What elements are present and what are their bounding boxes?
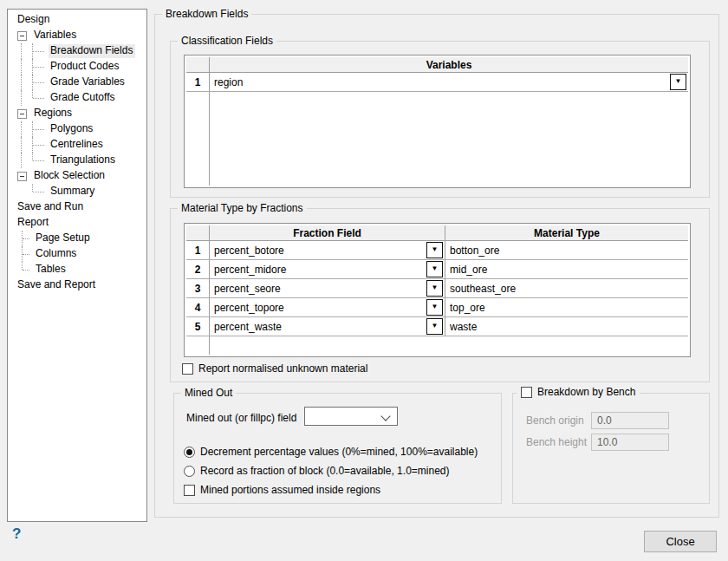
tree-item-label: Variables [32,29,79,42]
tree-guide-line [21,137,22,153]
tree-item-tables[interactable]: Tables [8,262,146,277]
breakdown-by-bench-checkbox[interactable] [521,387,532,398]
cell-dropdown-button[interactable]: ▼ [426,280,443,297]
report-normalised-row: Report normalised unknown material [182,362,367,375]
tree-item-label: Grade Variables [49,75,127,89]
fractions-table-row: 3percent_seore▼southeast_ore [186,279,688,298]
tree-item-report[interactable]: Report [8,215,146,231]
decrement-percentage-radio[interactable] [184,447,195,458]
row-number-cell[interactable]: 4 [186,298,210,316]
bench-origin-label: Bench origin [526,414,584,427]
tree-item-centrelines[interactable]: Centrelines [8,137,146,153]
decrement-percentage-label: Decrement percentage values (0%=mined, 1… [200,446,478,458]
tree-item-label: Save and Report [16,278,98,292]
breakdown-by-bench-row: Breakdown by Bench [517,386,640,398]
tree-item-design[interactable]: Design [8,12,146,28]
row-number-cell[interactable]: 1 [186,241,210,259]
tree-item-label: Block Selection [32,169,107,183]
tree-collapse-minus-icon[interactable] [17,109,27,119]
tree-item-label: Breakdown Fields [49,44,135,58]
material-type-group-title: Material Type by Fractions [178,202,307,215]
material-type-group: Material Type by Fractions Fraction Fiel… [170,208,710,382]
tree-item-label: Tables [34,263,68,277]
close-button[interactable]: Close [644,531,717,552]
classification-fields-group: Classification Fields Variables 1region▼ [170,41,710,198]
tree-connector-icon [32,184,47,199]
tree-item-columns[interactable]: Columns [8,246,146,262]
tree-item-product-codes[interactable]: Product Codes [8,59,146,75]
tree-item-variables[interactable]: Variables [8,28,146,43]
fraction-field-cell[interactable]: percent_botore▼ [210,241,445,259]
tree-item-summary[interactable]: Summary [8,184,146,199]
fraction-field-cell[interactable]: percent_midore▼ [210,260,445,278]
tree-item-triangulations[interactable]: Triangulations [8,153,146,168]
tree-item-label: Design [16,13,52,27]
tree-guide-line [21,90,22,106]
tree-item-regions[interactable]: Regions [8,106,146,121]
tree-connector-icon [32,121,47,137]
tree-item-page-setup[interactable]: Page Setup [8,231,146,246]
cell-dropdown-button[interactable]: ▼ [426,299,443,316]
material-type-cell[interactable]: southeast_ore [445,279,688,297]
tree-collapse-minus-icon[interactable] [17,172,27,181]
fractions-table: Fraction Field Material Type 1percent_bo… [184,223,691,357]
tree-item-save-and-run[interactable]: Save and Run [8,199,146,215]
tree-item-grade-variables[interactable]: Grade Variables [8,75,146,90]
fraction-field-cell[interactable]: percent_topore▼ [210,298,445,316]
tree-item-polygons[interactable]: Polygons [8,121,146,137]
cell-dropdown-button[interactable]: ▼ [426,261,443,277]
tree-item-grade-cutoffs[interactable]: Grade Cutoffs [8,90,146,106]
row-number-cell[interactable]: 3 [186,279,210,297]
fractions-table-row: 1percent_botore▼botton_ore [186,241,688,260]
tree-item-block-selection[interactable]: Block Selection [8,168,146,184]
tree-guide-line [21,59,22,75]
variables-table-row: 1region▼ [186,73,688,92]
tree-item-label: Grade Cutoffs [49,91,117,105]
row-number-cell[interactable]: 1 [186,73,210,91]
help-button[interactable]: ? [12,525,21,543]
tree-guide-line [21,153,22,168]
cell-dropdown-button[interactable]: ▼ [670,74,686,90]
tree-connector-icon [32,59,47,75]
material-type-cell[interactable]: top_ore [445,298,688,316]
material-type-cell[interactable]: waste [445,317,688,336]
mined-out-field-label: Mined out (or fillpc) field [186,411,296,425]
row-number-cell[interactable]: 5 [186,317,210,336]
row-number-cell[interactable]: 2 [186,260,210,278]
fractions-table-row: 5percent_waste▼waste [186,317,688,336]
cell-dropdown-button[interactable]: ▼ [426,242,443,258]
tree-item-label: Triangulations [49,153,118,167]
record-as-fraction-radio[interactable] [184,466,195,477]
tree-collapse-minus-icon[interactable] [17,31,27,41]
tree-item-label: Report [16,216,51,230]
fraction-field-cell[interactable]: percent_waste▼ [210,317,445,336]
report-normalised-checkbox[interactable] [182,363,193,375]
report-normalised-label: Report normalised unknown material [198,362,367,375]
fraction-field-cell[interactable]: percent_seore▼ [210,279,445,297]
tree-connector-icon [32,43,47,59]
tree-item-label: Product Codes [49,60,121,74]
tree-item-save-and-report[interactable]: Save and Report [8,277,146,293]
mined-portions-checkbox[interactable] [184,485,195,496]
tree-connector-icon [32,90,47,106]
tree-connector-icon [22,262,32,277]
cell-dropdown-button[interactable]: ▼ [426,318,443,335]
mined-out-field-combobox[interactable] [304,407,398,426]
breakdown-fields-group: Breakdown Fields Classification Fields V… [154,14,719,518]
variables-table-empty-area [186,92,688,186]
variables-table-header: Variables [186,57,688,73]
tree-item-label: Centrelines [49,138,106,152]
material-type-cell[interactable]: mid_ore [445,260,688,278]
tree-item-breakdown-fields[interactable]: Breakdown Fields [8,43,146,59]
material-type-cell[interactable]: botton_ore [445,241,688,259]
tree-item-label: Save and Run [16,200,86,214]
record-as-fraction-label: Record as fraction of block (0.0=availab… [200,465,450,477]
tree-connector-icon [32,137,47,153]
bench-origin-field: 0.0 [591,412,669,429]
mined-portions-label: Mined portions assumed inside regions [200,484,380,496]
tree-guide-line [21,43,22,59]
chevron-down-icon [380,411,390,421]
variables-table-body: 1region▼ [186,73,688,92]
variable-cell[interactable]: region▼ [210,73,688,91]
mined-portions-row: Mined portions assumed inside regions [184,484,380,496]
